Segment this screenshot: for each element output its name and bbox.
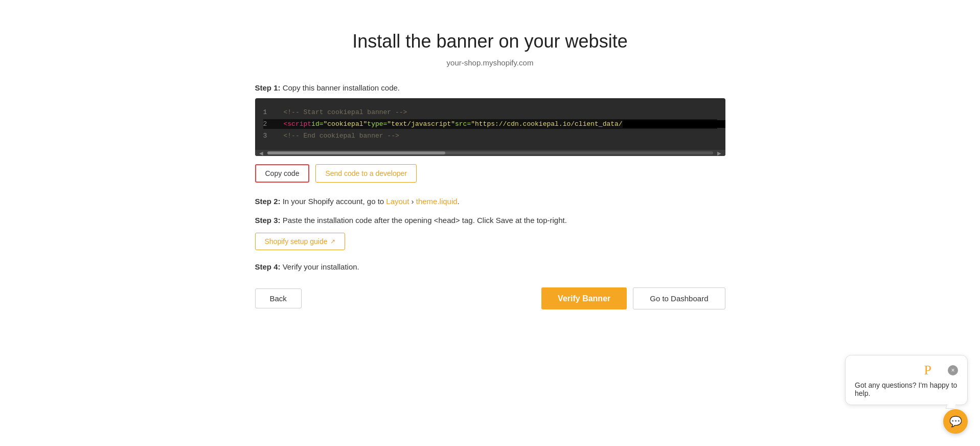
step3-text: Step 3: Paste the installation code afte… bbox=[255, 216, 725, 225]
external-link-icon: ↗ bbox=[330, 238, 335, 245]
back-button[interactable]: Back bbox=[255, 288, 302, 308]
scroll-track bbox=[267, 151, 713, 154]
verify-banner-button[interactable]: Verify Banner bbox=[541, 287, 627, 309]
chat-logo: P bbox=[924, 363, 931, 378]
scroll-right-arrow[interactable]: ▶ bbox=[715, 150, 723, 156]
chat-message: Got any questions? I'm happy to help. bbox=[855, 381, 958, 397]
code-block-container: 1 <!-- Start cookiepal banner --> 2 <scr… bbox=[255, 98, 725, 156]
step4-text: Step 4: Verify your installation. bbox=[255, 262, 725, 271]
code-line-1: 1 <!-- Start cookiepal banner --> bbox=[263, 108, 717, 116]
main-content: Install the banner on your website your-… bbox=[245, 0, 736, 330]
send-code-button[interactable]: Send code to a developer bbox=[315, 164, 417, 183]
page-title: Install the banner on your website bbox=[255, 31, 725, 52]
chat-bubble: P × Got any questions? I'm happy to help… bbox=[845, 355, 968, 405]
bottom-actions: Back Verify Banner Go to Dashboard bbox=[255, 287, 725, 309]
chat-close-button[interactable]: × bbox=[948, 365, 958, 375]
chat-trigger-button[interactable]: 💬 bbox=[943, 409, 968, 434]
theme-liquid-link[interactable]: theme.liquid bbox=[416, 197, 458, 206]
step1-label: Step 1: Copy this banner installation co… bbox=[255, 83, 725, 92]
copy-code-button[interactable]: Copy code bbox=[255, 164, 310, 183]
page-subtitle: your-shop.myshopify.com bbox=[255, 58, 725, 67]
chat-widget: P × Got any questions? I'm happy to help… bbox=[845, 355, 968, 434]
code-actions: Copy code Send code to a developer bbox=[255, 164, 725, 183]
scroll-left-arrow[interactable]: ◀ bbox=[257, 150, 265, 156]
right-buttons: Verify Banner Go to Dashboard bbox=[541, 287, 725, 309]
redacted-value bbox=[623, 120, 725, 128]
code-block: 1 <!-- Start cookiepal banner --> 2 <scr… bbox=[255, 98, 725, 150]
go-to-dashboard-button[interactable]: Go to Dashboard bbox=[633, 287, 725, 309]
chat-icon: 💬 bbox=[949, 415, 962, 428]
scroll-thumb bbox=[267, 151, 446, 154]
setup-guide-button[interactable]: Shopify setup guide ↗ bbox=[255, 233, 346, 250]
code-line-3: 3 <!-- End cookiepal banner --> bbox=[263, 132, 717, 140]
step2-text: Step 2: In your Shopify account, go to L… bbox=[255, 197, 725, 206]
scrollbar[interactable]: ◀ ▶ bbox=[255, 150, 725, 156]
code-line-2: 2 <script id= "cookiepal" type= "text/ja… bbox=[263, 119, 717, 129]
chat-header: P × bbox=[855, 363, 958, 378]
layout-link[interactable]: Layout bbox=[386, 197, 409, 206]
